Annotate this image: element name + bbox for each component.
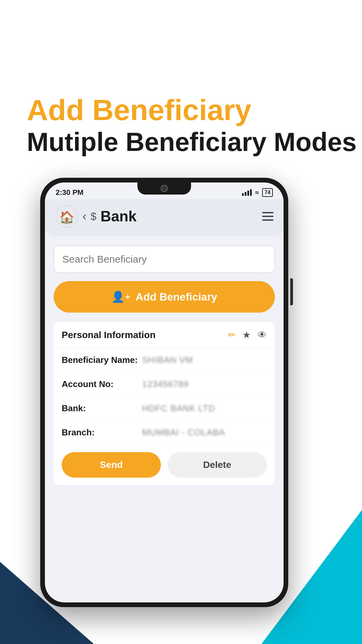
beneficiary-name-row: Beneficiary Name: SHIBAN VM	[54, 348, 275, 372]
person-add-icon: 👤+	[111, 290, 131, 303]
search-input[interactable]	[62, 254, 266, 265]
add-beneficiary-button[interactable]: 👤+ Add Beneficiary	[54, 281, 275, 313]
phone-outer: 2:30 PM ≈ 74	[40, 178, 288, 607]
app-logo: 🏠	[55, 205, 78, 228]
phone-content: 👤+ Add Beneficiary Personal Information …	[45, 236, 284, 494]
status-icons: ≈ 74	[242, 188, 273, 197]
header-section: Add Beneficiary Mutiple Beneficiary Mode…	[27, 94, 357, 158]
hamburger-line-2	[262, 216, 274, 217]
battery-indicator: 74	[262, 188, 273, 197]
status-time: 2:30 PM	[56, 188, 83, 197]
back-button[interactable]: ‹	[82, 209, 86, 223]
signal-icon	[242, 189, 252, 196]
branch-label: Branch:	[62, 427, 142, 438]
app-header: 🏠 ‹ $ Bank	[45, 199, 284, 236]
card-header-icons: ✏ ★ 👁	[228, 329, 267, 340]
search-container	[54, 246, 275, 273]
account-no-label: Account No:	[62, 379, 142, 389]
eye-icon[interactable]: 👁	[257, 329, 267, 340]
phone-side-button	[290, 278, 293, 305]
battery-level: 74	[264, 190, 270, 195]
menu-button[interactable]	[262, 212, 274, 221]
hamburger-line-1	[262, 212, 274, 213]
header-title-line2: Mutiple Beneficiary Modes	[27, 126, 357, 158]
bank-value: HDFC BANK LTD	[142, 403, 215, 414]
send-button[interactable]: Send	[62, 452, 161, 478]
add-beneficiary-label: Add Beneficiary	[136, 291, 218, 303]
edit-icon[interactable]: ✏	[228, 329, 236, 340]
svg-text:🏠: 🏠	[59, 210, 74, 224]
beneficiary-name-value: SHIBAN VM	[142, 355, 193, 365]
app-title: Bank	[101, 208, 137, 225]
hamburger-line-3	[262, 219, 274, 221]
branch-row: Branch: MUMBAI - COLABA	[54, 421, 275, 445]
star-icon[interactable]: ★	[242, 329, 251, 340]
delete-button[interactable]: Delete	[168, 452, 267, 478]
phone-notch	[137, 182, 191, 195]
account-no-row: Account No: 123456789	[54, 372, 275, 396]
bank-row: Bank: HDFC BANK LTD	[54, 396, 275, 421]
personal-info-card: Personal Information ✏ ★ 👁 Beneficiary N…	[54, 322, 275, 485]
branch-value: MUMBAI - COLABA	[142, 427, 225, 438]
wifi-icon: ≈	[255, 189, 259, 197]
bank-label: Bank:	[62, 403, 142, 414]
beneficiary-name-label: Beneficiary Name:	[62, 355, 142, 365]
app-header-left: 🏠 ‹ $ Bank	[55, 205, 136, 228]
card-actions: Send Delete	[54, 445, 275, 485]
card-header: Personal Information ✏ ★ 👁	[54, 322, 275, 348]
phone-camera	[161, 185, 168, 192]
dollar-icon: $	[90, 210, 97, 223]
header-title-line1: Add Beneficiary	[27, 94, 357, 126]
phone-screen: 2:30 PM ≈ 74	[45, 182, 284, 602]
card-section-title: Personal Information	[62, 330, 156, 340]
account-no-value: 123456789	[142, 379, 189, 389]
phone-mockup: 2:30 PM ≈ 74	[40, 178, 288, 607]
